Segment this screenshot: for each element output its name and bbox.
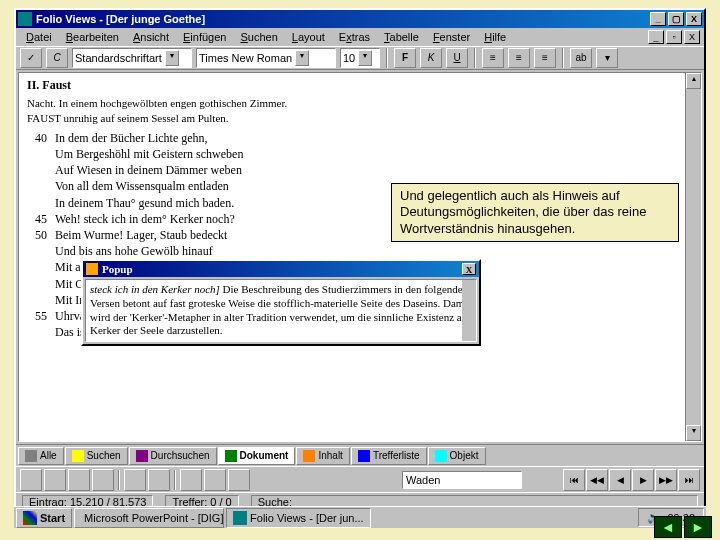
italic-button[interactable]: K (420, 48, 442, 68)
style-a-button[interactable]: ✓ (20, 48, 42, 68)
slide-nav: ◄ ► (654, 516, 712, 538)
bottom-field[interactable]: Waden (402, 471, 522, 489)
popup-icon (86, 263, 98, 275)
menu-extras[interactable]: Extras (333, 30, 376, 44)
underline-button[interactable]: U (446, 48, 468, 68)
windows-icon (23, 511, 37, 525)
popup-close-button[interactable]: X (462, 263, 476, 275)
tab-trefferliste[interactable]: Trefferliste (351, 447, 427, 465)
popup-scrollbar[interactable] (462, 280, 476, 341)
minimize-button[interactable]: _ (650, 12, 666, 26)
app-icon (18, 12, 32, 26)
menu-einfuegen[interactable]: Einfügen (177, 30, 232, 44)
style-combo[interactable]: Standardschriftart▾ (72, 48, 192, 68)
slide-next-button[interactable]: ► (684, 516, 712, 538)
doc-minimize-button[interactable]: _ (648, 30, 664, 44)
menu-hilfe[interactable]: Hilfe (478, 30, 512, 44)
menu-suchen[interactable]: Suchen (234, 30, 283, 44)
format-toolbar: ✓ C Standardschriftart▾ Times New Roman▾… (16, 46, 704, 70)
hl-dd-button[interactable]: ▾ (596, 48, 618, 68)
tool-btn-4[interactable] (92, 469, 114, 491)
vertical-scrollbar[interactable]: ▴▾ (685, 73, 701, 441)
tab-inhalt[interactable]: Inhalt (296, 447, 349, 465)
tool-btn-1[interactable] (20, 469, 42, 491)
popup-titlebar[interactable]: Popup X (83, 261, 479, 277)
window-title: Folio Views - [Der junge Goethe] (36, 13, 205, 25)
menu-ansicht[interactable]: Ansicht (127, 30, 175, 44)
tab-alle[interactable]: Alle (18, 447, 64, 465)
close-button[interactable]: X (686, 12, 702, 26)
tool-btn-5[interactable] (124, 469, 146, 491)
nav-back-button[interactable]: ◀ (609, 469, 631, 491)
menu-fenster[interactable]: Fenster (427, 30, 476, 44)
start-button[interactable]: Start (16, 508, 72, 528)
tab-suchen[interactable]: Suchen (65, 447, 128, 465)
slide-prev-button[interactable]: ◄ (654, 516, 682, 538)
popup-body: steck ich in den Kerker noch] Die Beschr… (85, 279, 477, 342)
popup-window[interactable]: Popup X steck ich in den Kerker noch] Di… (81, 259, 481, 346)
view-tabbar: Alle Suchen Durchsuchen Dokument Inhalt … (16, 444, 704, 466)
nav-next-button[interactable]: ▶▶ (655, 469, 677, 491)
popup-title: Popup (102, 262, 133, 277)
tool-btn-8[interactable] (204, 469, 226, 491)
highlight-button[interactable]: ab (570, 48, 592, 68)
taskbar-powerpoint[interactable]: Microsoft PowerPoint - [DIG] (74, 508, 224, 528)
nav-fwd-button[interactable]: ▶ (632, 469, 654, 491)
doc-restore-button[interactable]: ▫ (666, 30, 682, 44)
tab-durchsuchen[interactable]: Durchsuchen (129, 447, 217, 465)
nav-prev-button[interactable]: ◀◀ (586, 469, 608, 491)
nav-last-button[interactable]: ⏭ (678, 469, 700, 491)
maximize-button[interactable]: ▢ (668, 12, 684, 26)
align-left-button[interactable]: ≡ (482, 48, 504, 68)
align-right-button[interactable]: ≡ (534, 48, 556, 68)
tool-btn-9[interactable] (228, 469, 250, 491)
size-combo[interactable]: 10▾ (340, 48, 380, 68)
menu-bearbeiten[interactable]: Bearbeiten (60, 30, 125, 44)
tool-btn-2[interactable] (44, 469, 66, 491)
tool-btn-6[interactable] (148, 469, 170, 491)
menubar: Datei Bearbeiten Ansicht Einfügen Suchen… (16, 28, 704, 46)
style-c-button[interactable]: C (46, 48, 68, 68)
tool-btn-7[interactable] (180, 469, 202, 491)
annotation-overlay: Und gelegentlich auch als Hinweis auf De… (391, 183, 679, 242)
nav-first-button[interactable]: ⏮ (563, 469, 585, 491)
main-window: Folio Views - [Der junge Goethe] _ ▢ X D… (14, 8, 706, 512)
tab-dokument[interactable]: Dokument (218, 447, 296, 465)
bold-button[interactable]: F (394, 48, 416, 68)
taskbar-folio[interactable]: Folio Views - [Der jun... (226, 508, 371, 528)
taskbar: Start Microsoft PowerPoint - [DIG] Folio… (14, 506, 706, 528)
align-center-button[interactable]: ≡ (508, 48, 530, 68)
menu-datei[interactable]: Datei (20, 30, 58, 44)
tab-objekt[interactable]: Objekt (428, 447, 486, 465)
titlebar[interactable]: Folio Views - [Der junge Goethe] _ ▢ X (16, 10, 704, 28)
bottom-toolbar: Waden ⏮ ◀◀ ◀ ▶ ▶▶ ⏭ (16, 466, 704, 492)
font-combo[interactable]: Times New Roman▾ (196, 48, 336, 68)
menu-layout[interactable]: Layout (286, 30, 331, 44)
menu-tabelle[interactable]: Tabelle (378, 30, 425, 44)
doc-close-button[interactable]: X (684, 30, 700, 44)
document-area: II. FaustNacht. In einem hochgewölbten e… (18, 72, 702, 442)
tool-btn-3[interactable] (68, 469, 90, 491)
